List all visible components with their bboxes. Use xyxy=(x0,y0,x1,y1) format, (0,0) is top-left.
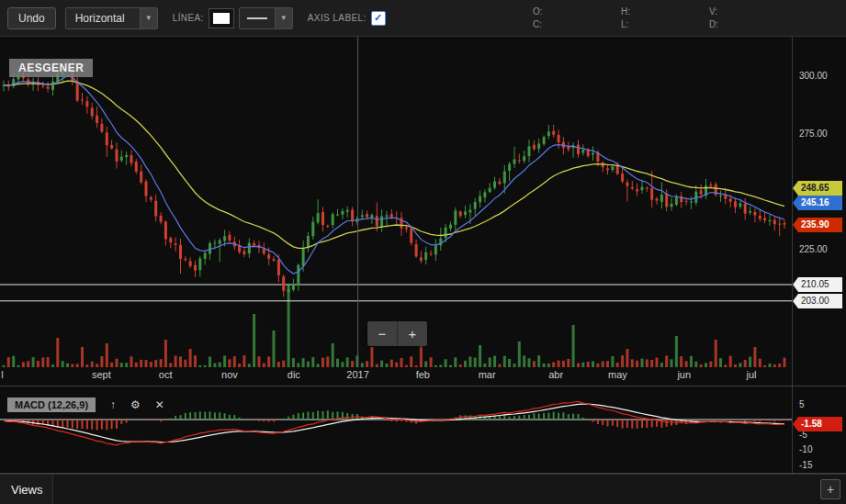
ohlc-readout: O: H: V: C: L: D: xyxy=(533,6,797,29)
ohlc-high-label: H: xyxy=(621,6,630,17)
ma-slow-line xyxy=(4,81,784,248)
price-tick: 275.00 xyxy=(799,129,828,139)
level-tag: 203.00 xyxy=(798,294,842,308)
time-axis-label: jun xyxy=(677,369,691,380)
price-tick: 225.00 xyxy=(799,244,828,254)
price-chart-canvas[interactable]: AESGENER lseptoctnovdic2017febmarabrmayj… xyxy=(0,37,846,386)
badge-arrow-icon xyxy=(793,294,798,308)
orientation-dropdown[interactable]: Horizontal ▼ xyxy=(65,7,158,29)
macd-label: MACD (12,26,9) xyxy=(7,398,96,412)
add-view-button[interactable]: + xyxy=(820,479,840,499)
macd-panel[interactable]: MACD (12,26,9) ↑ ⚙ ✕ 5-5-10-15-1.58 xyxy=(0,386,846,474)
close-icon[interactable]: ✕ xyxy=(155,399,164,410)
price-badge: 245.16 xyxy=(798,196,842,210)
line-color-picker[interactable] xyxy=(209,8,234,28)
price-axis[interactable]: 300.00275.00225.00248.65245.16235.90210.… xyxy=(792,37,846,386)
ma-fast-line xyxy=(4,76,784,274)
ohlc-low-label: L: xyxy=(621,19,628,29)
orientation-value: Horizontal xyxy=(66,8,140,28)
badge-arrow-icon xyxy=(793,196,798,210)
undo-button[interactable]: Undo xyxy=(7,7,56,29)
ohlc-close-label: C: xyxy=(533,19,542,29)
badge-arrow-icon xyxy=(793,277,798,292)
time-axis-label: l xyxy=(1,369,3,380)
level-tag: 210.05 xyxy=(798,277,842,292)
line-label: LÍNEA: xyxy=(173,13,204,23)
time-axis-label: may xyxy=(608,369,627,380)
line-style-dropdown[interactable]: ▼ xyxy=(239,7,293,29)
badge-arrow-icon xyxy=(793,218,798,232)
macd-header: MACD (12,26,9) ↑ ⚙ ✕ xyxy=(7,398,164,412)
badge-arrow-icon xyxy=(793,417,798,431)
macd-axis: 5-5-10-15-1.58 xyxy=(792,386,846,473)
time-axis-label: jul xyxy=(747,369,757,380)
macd-tick: 5 xyxy=(799,399,805,409)
price-tick: 300.00 xyxy=(799,71,828,81)
macd-tick: -10 xyxy=(799,444,812,454)
line-style-icon xyxy=(240,8,275,28)
time-axis-label: dic xyxy=(288,369,300,380)
ohlc-date-label: D: xyxy=(709,19,718,29)
candles-layer xyxy=(3,61,786,297)
time-axis-label: feb xyxy=(416,369,430,380)
macd-tick: -15 xyxy=(799,460,812,470)
macd-histogram xyxy=(3,410,785,430)
bottom-bar: Views + xyxy=(0,474,846,504)
chevron-down-icon: ▼ xyxy=(140,8,157,28)
trading-app: Undo Horizontal ▼ LÍNEA: ▼ AXIS LABEL: ✓… xyxy=(0,0,846,504)
badge-arrow-icon xyxy=(793,181,798,196)
toolbar: Undo Horizontal ▼ LÍNEA: ▼ AXIS LABEL: ✓… xyxy=(0,0,846,37)
gear-icon[interactable]: ⚙ xyxy=(130,399,141,410)
zoom-controls: − + xyxy=(367,321,427,346)
symbol-badge: AESGENER xyxy=(9,59,93,77)
time-axis-label: oct xyxy=(159,369,173,380)
axis-label-checkbox[interactable]: ✓ xyxy=(371,11,386,26)
views-label: Views xyxy=(11,483,42,497)
level-lines xyxy=(0,285,792,301)
views-tab[interactable]: Views xyxy=(0,475,53,504)
time-axis-label: abr xyxy=(548,369,563,380)
macd-value-badge: -1.58 xyxy=(798,417,842,431)
time-axis-label: 2017 xyxy=(346,369,368,380)
time-axis-label: mar xyxy=(479,369,496,380)
arrow-up-icon[interactable]: ↑ xyxy=(110,399,116,410)
price-badge: 248.65 xyxy=(798,181,842,196)
time-axis[interactable]: lseptoctnovdic2017febmarabrmayjunjul xyxy=(0,365,792,386)
ohlc-open-label: O: xyxy=(533,6,543,17)
axis-label-text: AXIS LABEL: xyxy=(308,13,367,23)
ohlc-volume-label: V: xyxy=(709,6,717,17)
time-axis-label: sept xyxy=(92,369,111,380)
price-badge: 235.90 xyxy=(798,218,842,232)
zoom-out-button[interactable]: − xyxy=(367,321,397,346)
time-axis-label: nov xyxy=(221,369,238,380)
line-color-swatch xyxy=(213,13,230,24)
zoom-in-button[interactable]: + xyxy=(398,321,427,346)
chevron-down-icon: ▼ xyxy=(275,8,292,28)
